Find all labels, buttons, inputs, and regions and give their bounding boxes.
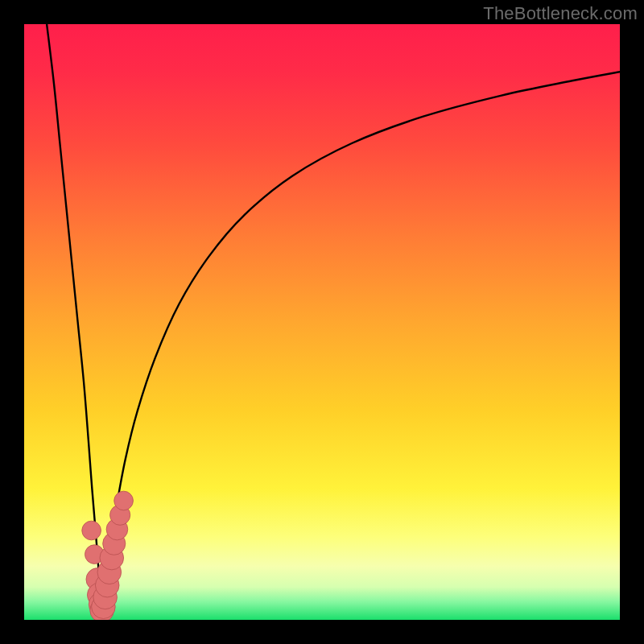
chart-frame: TheBottleneck.com [0,0,644,644]
marker-point [82,521,101,540]
marker-point [114,491,134,510]
watermark-text: TheBottleneck.com [483,3,638,24]
plot-area [24,24,620,620]
bottleneck-chart [24,24,620,620]
